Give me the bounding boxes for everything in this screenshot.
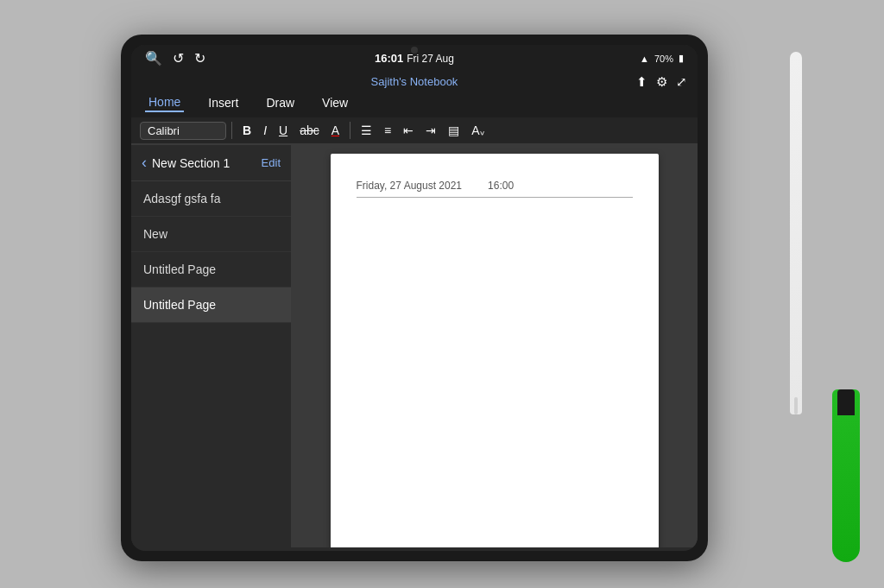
page-item-untitled-1[interactable]: Untitled Page	[131, 252, 291, 288]
toolbar-area: 🔍 ↺ ↻ 16:01 Fri 27 Aug ▲ 70% ▮ Sajith's …	[131, 45, 698, 145]
list-bullet-icon[interactable]: ☰	[356, 121, 377, 140]
format-divider-2	[350, 122, 350, 139]
section-title: New Section 1	[152, 156, 256, 170]
page-time: 16:00	[488, 180, 514, 192]
notebook-title: Sajith's Notebook	[371, 75, 458, 88]
battery-icon: ▮	[679, 53, 684, 64]
title-bar: Sajith's Notebook ⬆ ⚙ ⤢	[131, 72, 698, 90]
redo-icon[interactable]: ↻	[194, 50, 205, 66]
ipad-screen: 🔍 ↺ ↻ 16:01 Fri 27 Aug ▲ 70% ▮ Sajith's …	[131, 45, 698, 551]
apple-pencil	[790, 52, 802, 414]
menu-item-insert[interactable]: Insert	[205, 94, 242, 111]
page-item-untitled-2[interactable]: Untitled Page	[131, 288, 291, 323]
status-icons: ▲ 70% ▮	[640, 53, 684, 64]
wifi-icon: ▲	[640, 54, 649, 64]
list-number-icon[interactable]: ≡	[379, 121, 396, 140]
status-date: Fri 27 Aug	[407, 53, 454, 65]
battery-percent: 70%	[654, 54, 673, 64]
title-bar-actions: ⬆ ⚙ ⤢	[636, 74, 687, 90]
share-icon[interactable]: ⬆	[636, 74, 647, 90]
menu-bar: Home Insert Draw View	[131, 90, 698, 117]
indent-decrease-icon[interactable]: ⇤	[398, 121, 419, 140]
search-icon[interactable]: 🔍	[145, 50, 162, 66]
document-page: Friday, 27 August 2021 16:00	[331, 154, 659, 547]
format-toolbar: B I U abc A ☰ ≡ ⇤ ⇥ ▤ Aᵥ	[131, 117, 698, 144]
ipad-device: 🔍 ↺ ↻ 16:01 Fri 27 Aug ▲ 70% ▮ Sajith's …	[121, 35, 708, 561]
bold-button[interactable]: B	[237, 121, 256, 140]
format-divider	[231, 122, 232, 139]
indent-increase-icon[interactable]: ⇥	[420, 121, 441, 140]
status-time: 16:01	[375, 52, 403, 65]
section-edit-button[interactable]: Edit	[262, 156, 281, 169]
status-left: 🔍 ↺ ↻	[145, 50, 205, 66]
page-date: Friday, 27 August 2021	[357, 180, 463, 192]
italic-button[interactable]: I	[258, 121, 272, 140]
page-item-adasgf[interactable]: Adasgf gsfa fa	[131, 181, 291, 217]
align-icon[interactable]: ▤	[443, 121, 464, 140]
expand-icon[interactable]: ⤢	[676, 74, 687, 90]
green-marker	[832, 389, 860, 562]
page-item-new[interactable]: New	[131, 217, 291, 252]
font-selector[interactable]	[140, 122, 226, 140]
menu-item-home[interactable]: Home	[145, 93, 184, 112]
font-color-button[interactable]: A	[326, 121, 344, 140]
strikethrough-button[interactable]: abc	[294, 121, 325, 140]
section-back-icon[interactable]: ‹	[142, 154, 147, 172]
menu-item-view[interactable]: View	[319, 94, 351, 111]
underline-button[interactable]: U	[274, 121, 293, 140]
main-content: ‹ New Section 1 Edit Adasgf gsfa fa New …	[131, 145, 698, 547]
style-icon[interactable]: Aᵥ	[466, 121, 489, 140]
page-header-line: Friday, 27 August 2021 16:00	[357, 180, 633, 198]
undo-icon[interactable]: ↺	[173, 50, 184, 66]
settings-icon[interactable]: ⚙	[656, 74, 667, 90]
menu-item-draw[interactable]: Draw	[262, 94, 298, 111]
sidebar: ‹ New Section 1 Edit Adasgf gsfa fa New …	[131, 145, 291, 547]
document-area[interactable]: Friday, 27 August 2021 16:00	[291, 145, 698, 547]
section-header: ‹ New Section 1 Edit	[131, 145, 291, 181]
